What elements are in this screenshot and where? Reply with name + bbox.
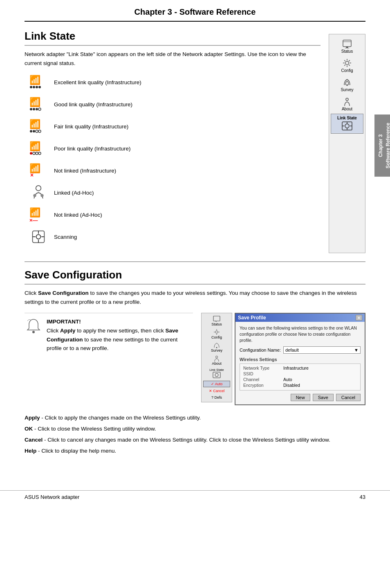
not-linked-adhoc-svg: 📶 ×— bbox=[29, 207, 48, 222]
page-footer: ASUS Network adapter 43 bbox=[0, 490, 390, 503]
about-nav-icon bbox=[341, 96, 353, 107]
dialog-title: Save Profile bbox=[238, 315, 266, 321]
poor-wifi-svg: 📶 bbox=[29, 141, 48, 156]
scanning-label: Scanning bbox=[54, 234, 77, 240]
svg-text:📶: 📶 bbox=[29, 207, 41, 218]
save-nav-about: About bbox=[203, 354, 230, 366]
dialog-body: You can save the following wireless sett… bbox=[235, 322, 365, 404]
nav-item-status: Status bbox=[331, 37, 363, 55]
nav-item-config: Config bbox=[331, 56, 363, 74]
svg-point-50 bbox=[216, 356, 218, 358]
svg-point-24 bbox=[40, 194, 43, 197]
survey-nav-label: Survey bbox=[341, 88, 353, 92]
svg-point-6 bbox=[30, 108, 32, 110]
list-item: 📶 Good link quality (Infrastructure) bbox=[29, 96, 321, 112]
chapter-side-tab: Chapter 3 Software Reference bbox=[374, 114, 390, 177]
chapter-title: Chapter 3 - Software Reference bbox=[25, 0, 365, 22]
svg-rect-34 bbox=[346, 47, 348, 48]
good-link-label: Good link quality (Infrastructure) bbox=[54, 101, 132, 108]
about-nav-label: About bbox=[342, 107, 352, 111]
svg-point-18 bbox=[36, 152, 38, 155]
dialog-key-network-type: Network Type bbox=[243, 366, 280, 370]
status-nav-icon bbox=[341, 38, 353, 49]
dialog-key-ssid: SSID bbox=[243, 371, 280, 376]
svg-point-48 bbox=[215, 331, 218, 333]
dialog-setting-encryption: Encryption Disabled bbox=[243, 383, 357, 388]
dialog-config-name-input[interactable]: default ▼ bbox=[283, 346, 361, 354]
svg-rect-51 bbox=[213, 372, 220, 378]
svg-point-1 bbox=[30, 86, 32, 88]
survey-nav-icon bbox=[341, 77, 353, 88]
save-config-desc: Click Save Configuration to save the cha… bbox=[25, 289, 365, 306]
svg-point-36 bbox=[345, 61, 349, 65]
svg-point-8 bbox=[36, 108, 38, 110]
save-config-title: Save Configuration bbox=[25, 269, 365, 285]
footer-right: 43 bbox=[360, 494, 365, 500]
svg-point-45 bbox=[32, 331, 35, 333]
ok-desc: OK - Click to close the Wireless Setting… bbox=[25, 424, 365, 434]
list-item: 📶 Excellent link quality (Infrastructure… bbox=[29, 74, 321, 90]
excellent-link-label: Excellent link quality (Infrastructure) bbox=[54, 79, 141, 85]
save-nav-cancel: ✕ Cancel bbox=[203, 388, 230, 394]
svg-point-38 bbox=[346, 98, 348, 101]
dialog-area: Status Config Survey bbox=[201, 313, 365, 405]
svg-point-11 bbox=[30, 130, 32, 132]
dialog-config-name-row: Configuration Name: default ▼ bbox=[240, 346, 361, 354]
save-nav-defs: ? Defs bbox=[203, 395, 230, 400]
svg-text:📶: 📶 bbox=[29, 97, 41, 108]
not-linked-infra-icon: 📶 × bbox=[29, 162, 48, 179]
poor-link-label: Poor link quality (Infrastructure) bbox=[54, 146, 131, 152]
good-wifi-svg: 📶 bbox=[29, 97, 48, 112]
dialog-save-button[interactable]: Save bbox=[313, 394, 334, 401]
nav-item-link-state[interactable]: Link State bbox=[331, 114, 363, 134]
dialog-cancel-button[interactable]: Cancel bbox=[336, 394, 361, 401]
fair-link-label: Fair link quality (Infrastructure) bbox=[54, 123, 128, 130]
link-state-nav-panel: Status Config bbox=[329, 34, 365, 253]
list-item: 📶 ×— Not linked (Ad-Hoc) bbox=[29, 206, 321, 223]
link-state-section: Link State Network adapter "Link State" … bbox=[25, 30, 365, 253]
dialog-dropdown-arrow: ▼ bbox=[354, 348, 359, 352]
svg-point-14 bbox=[38, 130, 41, 132]
dialog-new-button[interactable]: New bbox=[291, 394, 310, 401]
poor-link-icon: 📶 bbox=[29, 140, 48, 157]
save-config-inner: IMPORTANT! Click Apply to apply the new … bbox=[25, 313, 365, 405]
save-nav-auto: ✓ Auto bbox=[203, 381, 230, 387]
save-nav-survey: Survey bbox=[203, 341, 230, 353]
link-state-list: 📶 Excellent link quality (Infrastructure… bbox=[29, 74, 321, 245]
status-nav-label: Status bbox=[341, 49, 353, 54]
dialog-buttons: New Save Cancel bbox=[240, 394, 361, 401]
excellent-wifi-svg: 📶 bbox=[29, 75, 48, 90]
save-nav-config: Config bbox=[203, 328, 230, 340]
nav-item-about: About bbox=[331, 94, 363, 113]
link-state-description: Network adapter "Link State" icon appear… bbox=[25, 50, 321, 67]
not-linked-infra-svg: 📶 × bbox=[29, 163, 48, 178]
svg-point-2 bbox=[33, 86, 35, 88]
dialog-config-name-label: Configuration Name: bbox=[240, 348, 281, 352]
config-nav-label: Config bbox=[341, 68, 353, 73]
list-item: 📶 Poor link quality (Infrastructure) bbox=[29, 140, 321, 157]
link-state-title: Link State bbox=[25, 30, 321, 46]
save-config-section: Save Configuration Click Save Configurat… bbox=[25, 261, 365, 456]
svg-point-16 bbox=[30, 152, 32, 155]
svg-text:×: × bbox=[30, 172, 34, 178]
dialog-close-button[interactable]: × bbox=[356, 315, 362, 321]
dialog-val-encryption: Disabled bbox=[283, 383, 300, 388]
not-linked-adhoc-icon: 📶 ×— bbox=[29, 206, 48, 223]
scanning-svg bbox=[29, 229, 48, 244]
dialog-config-name-value: default bbox=[285, 348, 299, 352]
scanning-icon bbox=[29, 229, 48, 245]
linked-adhoc-svg bbox=[29, 185, 48, 200]
dialog-settings-box: Network Type Infrastructure SSID Channel… bbox=[240, 364, 361, 391]
svg-point-40 bbox=[345, 124, 349, 128]
save-profile-dialog: Save Profile × You can save the followin… bbox=[235, 313, 365, 405]
svg-point-12 bbox=[33, 130, 35, 132]
dialog-val-channel: Auto bbox=[283, 377, 292, 382]
config-nav-icon bbox=[341, 58, 353, 68]
svg-rect-33 bbox=[343, 40, 351, 47]
svg-text:×—: ×— bbox=[29, 217, 38, 222]
svg-text:📶: 📶 bbox=[29, 141, 41, 152]
list-item: Scanning bbox=[29, 229, 321, 245]
dialog-setting-channel: Channel Auto bbox=[243, 377, 357, 382]
dialog-setting-network-type: Network Type Infrastructure bbox=[243, 366, 357, 370]
apply-desc: Apply - Click to apply the changes made … bbox=[25, 413, 365, 423]
